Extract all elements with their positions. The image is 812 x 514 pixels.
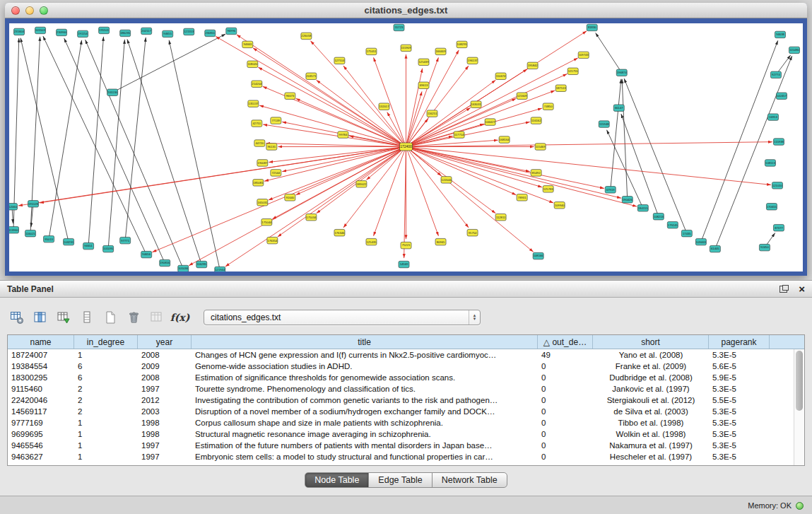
scrollbar-thumb[interactable] [796,351,803,411]
import-table-button[interactable] [54,308,73,327]
graph-node[interactable]: 72544 [271,170,281,176]
graph-node[interactable]: 74850 [543,103,553,110]
column-header-year[interactable]: year [138,335,192,349]
graph-hub-node[interactable]: 172400 [399,143,412,151]
function-builder-button[interactable]: f(x) [170,308,189,327]
column-header-in_degree[interactable]: in_degree [74,335,138,349]
table-row[interactable]: 946362711997Embryonic stem cells: a mode… [8,451,794,462]
graph-node[interactable]: 175034 [306,214,317,220]
close-panel-icon[interactable]: × [799,284,805,294]
float-panel-icon[interactable] [779,285,789,293]
graph-node[interactable]: 116021 [25,230,36,236]
graph-node[interactable]: 121609 [517,93,527,99]
graph-node[interactable]: 202117 [141,28,152,34]
graph-node[interactable]: 116251 [427,110,437,117]
graph-node[interactable]: 196137 [467,57,478,64]
graph-node[interactable]: 195501 [99,27,110,33]
graph-node[interactable]: 132017 [379,103,389,110]
graph-node[interactable]: 94656 [141,251,152,257]
graph-node[interactable]: 184155 [637,205,648,211]
graph-node[interactable]: 108113 [765,160,775,166]
graph-node[interactable]: 96131 [266,144,277,150]
table-row[interactable]: 977716911998Corpus callosum shape and si… [8,417,794,428]
graph-node[interactable]: 125439 [418,59,429,65]
graph-node[interactable]: 115948 [599,121,609,127]
graph-node[interactable]: 190816 [160,259,170,266]
graph-node[interactable]: 55723 [394,24,404,30]
graph-node[interactable]: 85492 [531,170,541,176]
graph-node[interactable]: 115938 [773,139,784,145]
graph-node[interactable]: 103231 [64,238,74,245]
tab-network-table[interactable]: Network Table [432,472,507,488]
new-table-button[interactable] [100,308,119,327]
graph-node[interactable]: 101095 [103,245,114,252]
delete-table-button[interactable] [124,308,143,327]
graph-node[interactable]: 94663 [242,41,253,47]
graph-node[interactable]: 183022 [356,181,367,187]
graph-node[interactable]: 115469 [535,144,546,150]
graph-node[interactable]: 195128 [28,201,39,207]
graph-node[interactable]: 116285 [196,261,207,267]
graph-node[interactable]: 117714 [454,132,464,138]
graph-node[interactable]: 230960 [57,29,67,35]
column-header-pagerank[interactable]: pagerank [709,335,770,349]
graph-node[interactable]: 168164 [499,136,510,143]
graph-node[interactable]: 191154 [78,30,88,37]
network-canvas[interactable]: 1724001559091664091961371106741216091161… [9,23,803,271]
table-row[interactable]: 1872400712008Changes of HCN gene express… [8,349,794,361]
graph-node[interactable]: 125435 [366,238,377,245]
graph-node[interactable]: 186235 [120,30,131,36]
graph-node[interactable]: 95013 [44,235,54,242]
graph-node[interactable]: 190087 [257,160,268,166]
table-row[interactable]: 2242004622012Investigating the contribut… [8,395,794,406]
graph-node[interactable]: 109940 [554,202,565,209]
graph-node[interactable]: 69613 [418,82,429,88]
graph-node[interactable]: 175044 [261,218,272,225]
graph-node[interactable]: 94655 [163,30,173,37]
graph-node[interactable]: 116162 [531,117,541,124]
graph-node[interactable]: 195842 [527,62,538,69]
graph-node[interactable]: 252060 [9,204,18,210]
graph-node[interactable]: 87377 [773,224,784,230]
graph-node[interactable]: 226058 [301,33,312,39]
graph-node[interactable]: 105036 [178,265,189,271]
zoom-window-button[interactable] [40,6,48,15]
graph-node[interactable]: 108213 [653,213,664,219]
tab-edge-table[interactable]: Edge Table [368,472,432,488]
graph-node[interactable]: 66147 [613,105,624,111]
graph-node[interactable]: 205130 [107,89,118,95]
graph-node[interactable]: 67919 [605,187,616,193]
graph-node[interactable]: 122044 [441,177,452,183]
graph-node[interactable]: 187513 [555,85,566,91]
graph-node[interactable]: 121755 [567,68,578,74]
table-selector-dropdown[interactable]: citations_edges.txt ▲▼ [204,310,481,325]
column-header-name[interactable]: name [8,335,74,349]
minimize-window-button[interactable] [25,6,34,15]
graph-node[interactable]: 95754 [467,229,478,235]
graph-node[interactable]: 78931 [517,194,527,201]
tab-node-table[interactable]: Node Table [305,472,369,488]
graph-node[interactable]: 163031 [471,101,481,107]
graph-node[interactable]: 121944 [215,267,225,271]
close-window-button[interactable] [11,6,20,15]
graph-node[interactable]: 179245 [667,221,678,228]
graph-node[interactable]: 190426 [622,197,632,203]
graph-node[interactable]: 96673 [285,93,295,99]
graph-node[interactable]: 196874 [616,69,627,76]
graph-node[interactable]: 185081 [253,180,264,186]
graph-node[interactable]: 80965 [435,238,446,245]
graph-node[interactable]: 109463 [695,238,706,245]
graph-node[interactable]: 92774 [770,71,781,78]
graph-node[interactable]: 108295 [457,41,467,47]
column-header-title[interactable]: title [192,335,538,349]
graph-node[interactable]: 155909 [401,45,411,51]
column-header-out_de[interactable]: △ out_de… [538,335,593,349]
graph-node[interactable]: 106427 [485,119,495,125]
graph-node[interactable]: 96996 [226,28,237,34]
graph-node[interactable]: 113960 [9,226,19,233]
graph-node[interactable]: 97771 [120,237,131,243]
graph-node[interactable]: 165031 [257,199,268,206]
table-row[interactable]: 1830029562008Estimation of significance … [8,372,794,383]
window-titlebar[interactable]: citations_edges.txt [5,3,807,18]
graph-node[interactable]: 81830 [587,24,597,30]
